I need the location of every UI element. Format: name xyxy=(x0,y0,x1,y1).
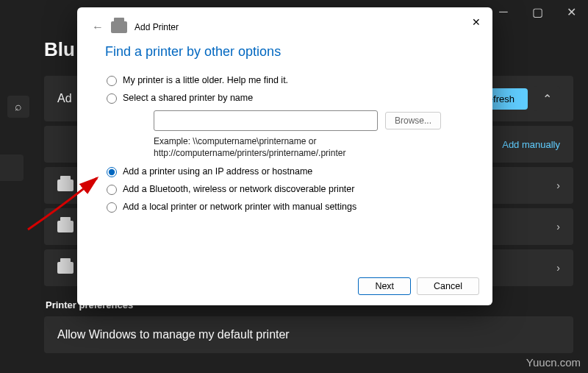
radio-ip[interactable] xyxy=(107,167,117,177)
maximize-button[interactable]: ▢ xyxy=(520,0,554,24)
chevron-right-icon: › xyxy=(556,262,560,274)
printer-icon xyxy=(57,262,74,274)
back-arrow-icon[interactable]: ← xyxy=(92,21,104,34)
dialog-header: ← Add Printer xyxy=(77,7,492,37)
radio-older[interactable] xyxy=(107,76,117,86)
option-bluetooth[interactable]: Add a Bluetooth, wireless or network dis… xyxy=(107,184,463,195)
printer-icon xyxy=(57,221,74,232)
close-icon[interactable]: ✕ xyxy=(467,13,485,31)
cancel-button[interactable]: Cancel xyxy=(417,277,479,295)
option-ip-hostname[interactable]: Add a printer using an IP address or hos… xyxy=(107,166,463,177)
option-local-manual[interactable]: Add a local printer or network printer w… xyxy=(107,202,463,213)
dialog-footer: Next Cancel xyxy=(77,270,492,305)
chevron-right-icon: › xyxy=(556,180,560,191)
allow-default-label: Allow Windows to manage my default print… xyxy=(57,328,290,341)
option-label: Add a Bluetooth, wireless or network dis… xyxy=(123,184,354,194)
next-button[interactable]: Next xyxy=(358,277,411,295)
printer-icon xyxy=(111,21,127,33)
browse-button[interactable]: Browse... xyxy=(385,112,441,129)
shared-printer-input[interactable] xyxy=(154,110,378,131)
add-manually-link[interactable]: Add manually xyxy=(502,139,560,150)
dialog-title: Add Printer xyxy=(135,22,179,32)
allow-default-card[interactable]: Allow Windows to manage my default print… xyxy=(44,316,573,353)
add-printer-label: Ad xyxy=(57,92,72,105)
add-printer-dialog: ✕ ← Add Printer Find a printer by other … xyxy=(77,7,492,305)
option-label: Select a shared printer by name xyxy=(123,93,253,103)
option-shared-printer[interactable]: Select a shared printer by name xyxy=(107,93,463,104)
option-label: My printer is a little older. Help me fi… xyxy=(123,75,288,85)
chevron-right-icon: › xyxy=(556,221,560,232)
sidebar-selected xyxy=(0,154,24,181)
close-window-button[interactable]: ✕ xyxy=(554,0,588,24)
example-text: Example: \\computername\printername or h… xyxy=(154,135,396,159)
radio-bluetooth[interactable] xyxy=(107,185,117,195)
radio-shared[interactable] xyxy=(107,93,117,104)
search-icon[interactable]: ⌕ xyxy=(7,96,29,118)
option-older-printer[interactable]: My printer is a little older. Help me fi… xyxy=(107,75,463,86)
printer-icon xyxy=(57,180,74,191)
watermark: Yuucn.com xyxy=(526,356,581,369)
radio-local[interactable] xyxy=(107,202,117,213)
chevron-up-icon[interactable]: ⌃ xyxy=(534,86,560,111)
dialog-subtitle: Find a printer by other options xyxy=(77,37,492,68)
option-label: Add a printer using an IP address or hos… xyxy=(123,166,312,177)
option-label: Add a local printer or network printer w… xyxy=(123,202,356,212)
